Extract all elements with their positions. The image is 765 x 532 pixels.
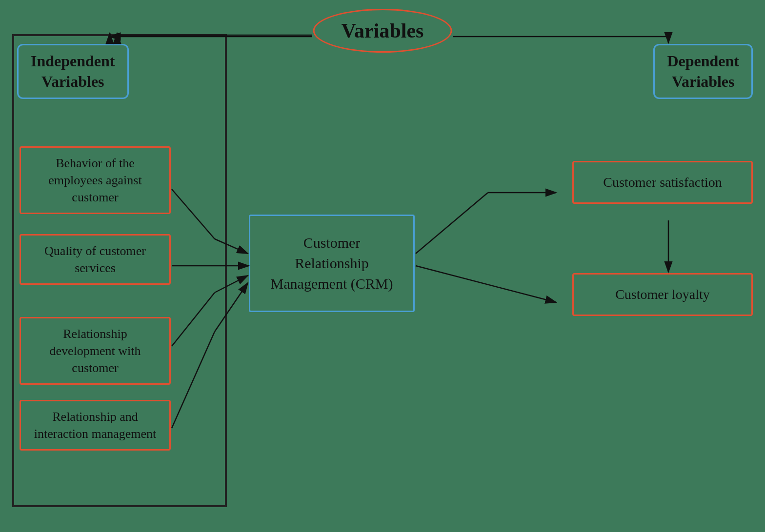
variables-ellipse: Variables bbox=[313, 9, 452, 53]
relationship-dev-box: Relationshipdevelopment withcustomer bbox=[20, 317, 171, 385]
diagram-container: Variables IndependentVariables Behavior … bbox=[0, 0, 765, 532]
svg-line-18 bbox=[416, 266, 556, 302]
crm-box: CustomerRelationshipManagement (CRM) bbox=[249, 215, 415, 312]
svg-line-16 bbox=[416, 193, 488, 254]
independent-variables-label: IndependentVariables bbox=[17, 44, 129, 99]
dependent-variables-label: DependentVariables bbox=[653, 44, 753, 99]
behavior-box: Behavior of theemployees againstcustomer bbox=[20, 146, 171, 214]
interaction-box: Relationship andinteraction management bbox=[20, 400, 171, 451]
quality-box: Quality of customerservices bbox=[20, 234, 171, 285]
customer-loyalty-box: Customer loyalty bbox=[572, 273, 753, 316]
customer-satisfaction-box: Customer satisfaction bbox=[572, 161, 753, 204]
title-label: Variables bbox=[342, 20, 424, 42]
